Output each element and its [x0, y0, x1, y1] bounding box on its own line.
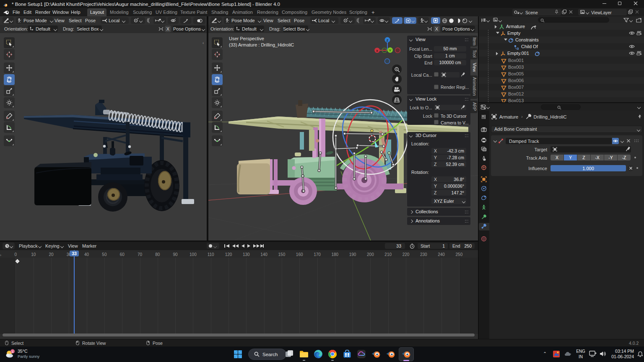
- svg-text:X: X: [376, 49, 379, 53]
- svg-text:1: 1: [12, 350, 14, 354]
- svg-text:Z: Z: [387, 39, 389, 42]
- svg-text:Y: Y: [389, 49, 392, 52]
